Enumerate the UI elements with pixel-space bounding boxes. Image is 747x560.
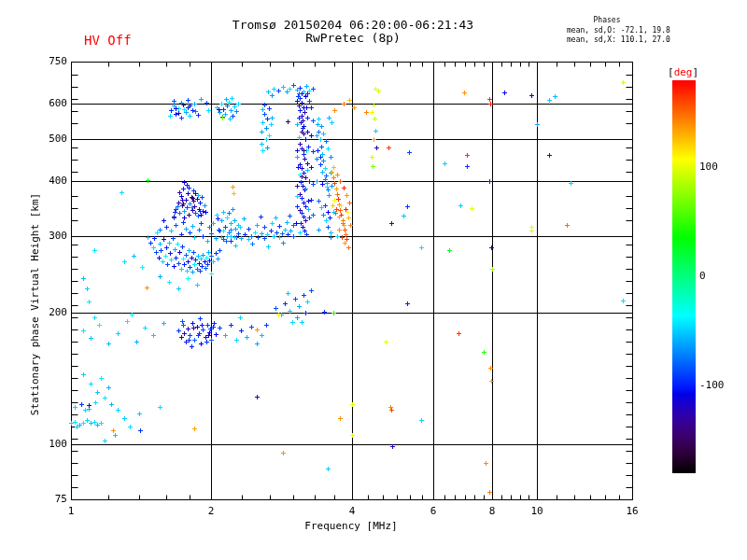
phases-mean-x: mean, sd,X: 110.1, 27.0 xyxy=(567,36,670,45)
y-tick-label: 600 xyxy=(26,97,67,109)
x-tick-label: 8 xyxy=(473,505,511,517)
x-tick-label: 4 xyxy=(333,505,371,517)
x-tick-label: 16 xyxy=(613,505,651,517)
ionogram-page: HV Off Tromsø 20150204 06:20:00-06:21:43… xyxy=(0,0,747,560)
colorbar-tick-label: 0 xyxy=(699,270,706,282)
x-axis-label: Frequency [MHz] xyxy=(258,521,444,532)
ionogram-plot-canvas xyxy=(0,0,747,560)
y-tick-label: 100 xyxy=(26,438,67,450)
x-tick-label: 10 xyxy=(518,505,556,517)
y-tick-label: 300 xyxy=(26,230,67,242)
phases-mean-o: mean, sd,O: -72.1, 19.8 xyxy=(567,27,670,35)
y-tick-label: 200 xyxy=(26,306,67,318)
colorbar-unit-label: [deg] xyxy=(668,67,698,78)
phases-heading: Phases xyxy=(518,17,696,25)
colorbar-unit-bracket-open: [ xyxy=(668,66,674,78)
colorbar-tick-label: -100 xyxy=(699,379,725,391)
colorbar-unit-bracket-close: ] xyxy=(693,66,699,78)
y-tick-label: 500 xyxy=(26,133,67,145)
y-tick-label: 400 xyxy=(26,175,67,187)
y-tick-label: 750 xyxy=(26,55,67,67)
plot-subtitle: RwPretec (8p) xyxy=(73,32,633,45)
x-tick-label: 2 xyxy=(192,505,230,517)
x-tick-label: 1 xyxy=(52,505,90,517)
colorbar-tick-label: 100 xyxy=(699,161,718,173)
y-axis-label: Stationary phase Virtual Height [km] xyxy=(30,90,43,519)
y-tick-label: 75 xyxy=(26,493,67,505)
colorbar-unit-text: deg xyxy=(674,66,693,78)
x-tick-label: 6 xyxy=(415,505,452,517)
